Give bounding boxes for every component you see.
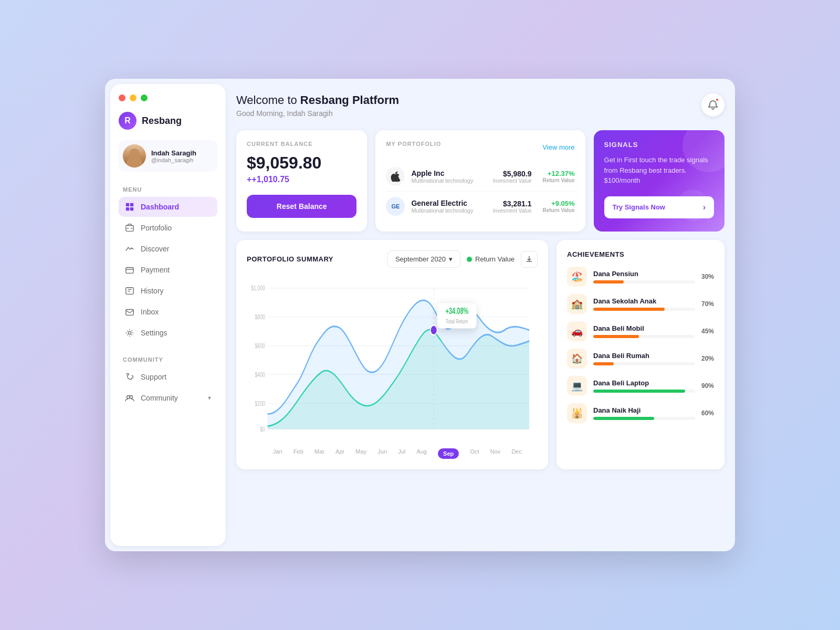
download-button[interactable]: [521, 251, 538, 268]
svg-text:$1,000: $1,000: [251, 285, 265, 292]
balance-change: ++1,010.75: [247, 175, 356, 184]
achievement-bar-wrap: [593, 335, 695, 338]
sidebar-item-community[interactable]: Community ▾: [119, 388, 217, 408]
sidebar-item-payment[interactable]: Payment: [119, 260, 217, 280]
achievement-bar-wrap: [593, 280, 695, 284]
achievements-card: ACHIEVEMENTS 🏖️ Dana Pensiun 30% 🏫 Dana …: [556, 240, 724, 469]
x-label-active: Sep: [438, 448, 459, 459]
achievement-item: 🏫 Dana Sekolah Anak 70%: [567, 294, 714, 314]
maximize-control[interactable]: [141, 94, 148, 101]
achievement-name: Dana Beli Laptop: [593, 379, 695, 387]
svg-rect-0: [126, 203, 129, 206]
achievement-percentage: 20%: [701, 355, 714, 362]
notification-dot: [715, 98, 719, 102]
stock-values: $5,980.9 Invesment Value: [493, 170, 532, 184]
achievement-name: Dana Pensiun: [593, 270, 695, 278]
header-text: Welcome to Resbang Platform Good Morning…: [236, 93, 399, 118]
svg-text:$0: $0: [260, 425, 265, 433]
reset-balance-button[interactable]: Reset Balance: [247, 195, 356, 218]
svg-text:$400: $400: [255, 371, 265, 378]
app-window: R Resbang Indah Saragih @indah_saragih M…: [105, 79, 735, 551]
chart-title: PORTOFOLIO SUMMARY: [247, 255, 333, 263]
sidebar-item-label: Inbox: [141, 308, 159, 316]
sidebar-item-portofolio[interactable]: Portofolio: [119, 218, 217, 238]
community-section-label: COMMUNITY: [119, 356, 217, 363]
x-label: Apr: [335, 448, 344, 459]
brand-name: Resbang: [142, 116, 182, 127]
stock-type: Multinational technology: [411, 207, 486, 214]
sidebar-item-support[interactable]: Support: [119, 367, 217, 387]
achievement-bar: [593, 308, 665, 311]
achievement-item: 🏖️ Dana Pensiun 30%: [567, 267, 714, 287]
top-cards: CURRENT BALANCE $9,059.80 ++1,010.75 Res…: [236, 130, 724, 232]
achievement-item: 🕌 Dana Naik Haji 60%: [567, 403, 714, 423]
main-nav: Dashboard Portofolio Discover Payment: [119, 197, 217, 344]
sidebar-item-settings[interactable]: Settings: [119, 323, 217, 343]
svg-rect-3: [130, 207, 133, 211]
apple-logo: [386, 167, 405, 186]
chart-card: PORTOFOLIO SUMMARY September 2020 ▾ Retu…: [236, 240, 548, 469]
main-content: Welcome to Resbang Platform Good Morning…: [231, 79, 735, 551]
settings-icon: [125, 328, 134, 338]
discover-icon: [125, 244, 134, 254]
portfolio-header: MY PORTOFOLIO View more: [386, 141, 574, 153]
achievement-percentage: 30%: [701, 273, 714, 280]
return-legend: Return Value: [467, 255, 514, 263]
try-signals-button[interactable]: Try Signals Now ›: [604, 196, 714, 218]
user-profile: Indah Saragih @indah_saragih: [119, 140, 217, 172]
sidebar-item-discover[interactable]: Discover: [119, 239, 217, 259]
sidebar-item-inbox[interactable]: Inbox: [119, 302, 217, 322]
sidebar-item-dashboard[interactable]: Dashboard: [119, 197, 217, 217]
signals-title: SIGNALS: [604, 141, 714, 149]
menu-section-label: MENU: [119, 186, 217, 193]
svg-rect-7: [126, 310, 133, 316]
close-control[interactable]: [119, 94, 125, 101]
portfolio-card: MY PORTOFOLIO View more Apple Inc Multin…: [375, 130, 585, 232]
view-more-link[interactable]: View more: [542, 143, 574, 151]
achievement-name: Dana Beli Rumah: [593, 352, 695, 360]
achievement-icon: 🚗: [567, 321, 587, 341]
x-label: Mar: [314, 448, 324, 459]
history-icon: [125, 286, 134, 296]
portofolio-icon: [125, 223, 134, 233]
sidebar-item-history[interactable]: History: [119, 281, 217, 301]
portfolio-card-label: MY PORTOFOLIO: [386, 141, 441, 147]
sidebar-item-label: History: [141, 287, 164, 295]
svg-text:$800: $800: [255, 313, 265, 321]
bottom-section: PORTOFOLIO SUMMARY September 2020 ▾ Retu…: [236, 240, 724, 469]
month-selector[interactable]: September 2020 ▾: [387, 250, 460, 268]
stock-info: Apple Inc Multinational technology: [411, 169, 486, 184]
sidebar-item-label: Support: [141, 373, 166, 381]
support-icon: [125, 372, 134, 382]
stock-value-label: Invesment Value: [493, 208, 532, 214]
legend-dot: [467, 257, 472, 262]
svg-point-9: [127, 396, 130, 398]
sidebar-item-label: Payment: [141, 266, 170, 274]
balance-card-label: CURRENT BALANCE: [247, 141, 356, 147]
stock-value: $5,980.9: [493, 170, 532, 178]
sidebar-item-label: Settings: [141, 329, 167, 337]
inbox-icon: [125, 307, 134, 317]
notification-button[interactable]: [701, 93, 724, 117]
chart-controls: September 2020 ▾ Return Value: [387, 250, 538, 268]
achievements-title: ACHIEVEMENTS: [567, 250, 714, 258]
page-title: Welcome to Resbang Platform: [236, 93, 399, 107]
achievement-icon: 🕌: [567, 403, 587, 423]
sidebar-item-label: Portofolio: [141, 224, 172, 232]
x-label: Aug: [416, 448, 427, 459]
user-name: Indah Saragih: [151, 149, 196, 157]
community-icon: [125, 393, 134, 403]
x-axis-labels: Jan Feb Mar Apr May Jun Jul Aug Sep Oct …: [247, 444, 538, 459]
user-handle: @indah_saragih: [151, 157, 196, 163]
achievement-bar: [593, 280, 624, 284]
signals-description: Get in First touch the trade signals fro…: [604, 155, 714, 186]
stock-item: GE General Electric Multinational techno…: [386, 192, 574, 221]
achievement-item: 🏠 Dana Beli Rumah 20%: [567, 349, 714, 369]
achievement-bar-wrap: [593, 362, 695, 365]
sidebar-item-label: Community: [141, 394, 178, 402]
page-subtitle: Good Morning, Indah Saragih: [236, 109, 399, 118]
svg-text:$200: $200: [255, 400, 265, 407]
minimize-control[interactable]: [130, 94, 136, 101]
stock-item: Apple Inc Multinational technology $5,98…: [386, 162, 574, 192]
community-section: COMMUNITY Support Community ▾: [119, 354, 217, 409]
